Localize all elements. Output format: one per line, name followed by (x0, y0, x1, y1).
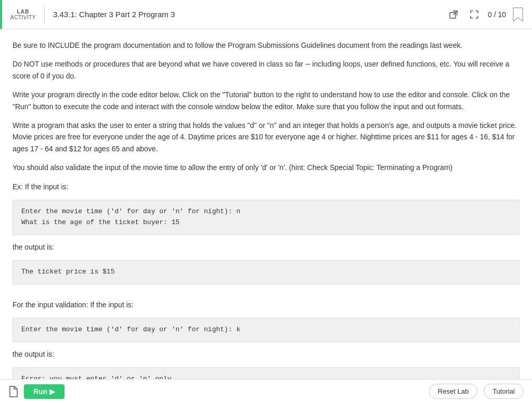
validation-label: For the input validation: If the input i… (12, 299, 520, 310)
external-link-icon (449, 10, 458, 19)
lab-label: LAB (17, 9, 30, 15)
score-display: 0 / 10 (488, 10, 506, 19)
external-link-button[interactable] (446, 7, 461, 22)
instruction-para1: Be sure to INCLUDE the program documenta… (12, 40, 520, 51)
fullscreen-button[interactable] (467, 7, 482, 22)
header-divider (44, 5, 45, 24)
activity-label: ACTIVITY (10, 15, 36, 20)
validation-input-block: Enter the movie time ('d' for day or 'n'… (12, 318, 520, 342)
validation-input-text: Enter the movie time ('d' for day or 'n'… (21, 326, 240, 333)
bottom-bar: Run ▶ Reset Lab Tutorial (0, 379, 532, 403)
output-label: the output is: (12, 241, 520, 253)
header: LAB ACTIVITY 3.43.1: Chapter 3 Part 2 Pr… (0, 0, 532, 29)
example-output-text: The ticket price is $15 (21, 268, 114, 276)
section-gap (12, 291, 520, 299)
page-title: 3.43.1: Chapter 3 Part 2 Program 3 (53, 10, 446, 19)
main-content: Be sure to INCLUDE the program documenta… (0, 29, 532, 403)
validation-output-label: the output is: (12, 348, 520, 360)
example-input-label: Ex: If the input is: (12, 181, 520, 192)
tutorial-button[interactable]: Tutorial (484, 384, 524, 399)
file-icon (8, 386, 18, 397)
instruction-para3: Write your program directly in the code … (12, 89, 520, 112)
bookmark-icon (512, 7, 524, 22)
instruction-para5: You should also validate the input of th… (12, 162, 520, 173)
reset-lab-button[interactable]: Reset Lab (429, 384, 477, 399)
header-actions: 0 / 10 (446, 7, 524, 22)
bottom-right-actions: Reset Lab Tutorial (429, 384, 524, 399)
instruction-para2: Do NOT use methods or procedures that ar… (12, 58, 520, 82)
example-output-block: The ticket price is $15 (12, 260, 520, 284)
example-input-text: Enter the movie time ('d' for day or 'n'… (21, 207, 240, 226)
example-input-block: Enter the movie time ('d' for day or 'n'… (12, 200, 520, 235)
lab-badge: LAB ACTIVITY (10, 9, 36, 20)
instruction-para4: Write a program that asks the user to en… (12, 120, 520, 154)
instructions-section: Be sure to INCLUDE the program documenta… (12, 40, 520, 392)
run-button[interactable]: Run ▶ (24, 384, 64, 399)
fullscreen-icon (470, 10, 479, 19)
